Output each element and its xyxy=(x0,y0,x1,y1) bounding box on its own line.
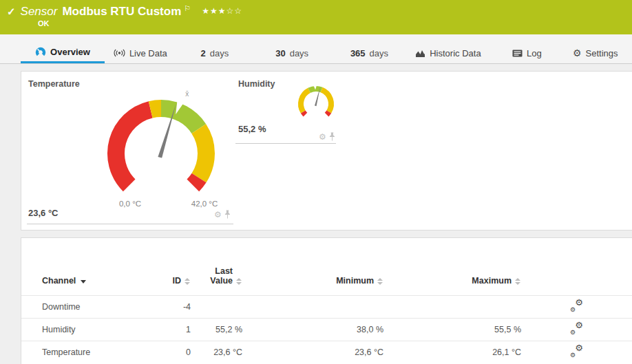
column-label: Channel xyxy=(42,276,76,286)
sort-icon xyxy=(377,278,383,285)
channel-id-cell: 0 xyxy=(156,341,193,363)
humidity-gauge[interactable]: x̄ xyxy=(295,85,337,120)
gauge-icon xyxy=(35,47,46,57)
tile-divider xyxy=(235,143,336,144)
channel-settings-icon[interactable]: ⚙⚙ xyxy=(570,300,583,312)
sort-icon xyxy=(515,278,521,285)
tab-number: 2 xyxy=(200,48,205,58)
channel-table-body: Downtime-4⚙⚙Humidity155,2 %38,0 %55,5 %⚙… xyxy=(21,295,632,363)
sensor-title: Modbus RTU Custom xyxy=(62,5,181,19)
channel-settings-icon[interactable]: ⚙⚙ xyxy=(570,345,583,357)
humidity-tile-actions: ⚙ xyxy=(319,132,335,141)
tab-30-days[interactable]: 30 days xyxy=(253,34,330,63)
table-header-row: Channel ID Last Value Minimum Maximum xyxy=(21,238,632,295)
channel-name-cell: Humidity xyxy=(21,318,156,341)
table-row[interactable]: Temperature023,6 °C23,6 °C26,1 °C⚙⚙ xyxy=(21,341,632,363)
svg-text:x̄: x̄ xyxy=(185,90,189,98)
gear-icon: ⚙ xyxy=(570,307,576,313)
humidity-value: 55,2 % xyxy=(238,124,266,134)
column-header-channel[interactable]: Channel xyxy=(21,238,156,295)
column-label: Last xyxy=(215,266,233,276)
sort-icon xyxy=(236,278,242,285)
tab-label: Log xyxy=(527,48,542,58)
status-badge: OK xyxy=(38,19,50,28)
channel-actions-cell: ⚙⚙ xyxy=(524,318,632,341)
tab-label: Overview xyxy=(50,47,90,57)
tab-number: 30 xyxy=(275,48,285,58)
prtg-sensor-page: ✓ Sensor Modbus RTU Custom ⚐ ★★★☆☆ OK Ov… xyxy=(0,0,632,364)
temperature-gauge[interactable]: x̄ xyxy=(90,87,232,208)
tab-log[interactable]: Log xyxy=(488,34,565,63)
tile-divider xyxy=(27,224,233,224)
channel-maximum-cell: 26,1 °C xyxy=(386,341,524,363)
gear-icon[interactable]: ⚙ xyxy=(319,133,326,141)
table-row[interactable]: Humidity155,2 %38,0 %55,5 %⚙⚙ xyxy=(21,318,632,341)
channel-actions-cell: ⚙⚙ xyxy=(524,341,632,363)
tab-live-data[interactable]: Live Data xyxy=(105,34,176,63)
channels-table: Channel ID Last Value Minimum Maximum Do… xyxy=(21,238,632,363)
channel-minimum-cell: 23,6 °C xyxy=(245,341,386,363)
gear-icon: ⚙ xyxy=(570,330,576,336)
channel-actions-cell: ⚙⚙ xyxy=(524,295,632,318)
gear-icon[interactable]: ⚙ xyxy=(214,211,222,219)
channel-last-value-cell: 55,2 % xyxy=(193,318,245,341)
sort-desc-icon xyxy=(81,280,86,283)
channel-minimum-cell xyxy=(245,295,386,318)
tab-2-days[interactable]: 2 days xyxy=(176,34,253,63)
gear-icon: ⚙ xyxy=(575,298,583,307)
channel-name-cell: Temperature xyxy=(21,341,156,363)
tab-label: Settings xyxy=(586,48,618,58)
table-row[interactable]: Downtime-4⚙⚙ xyxy=(21,295,632,318)
tab-label: Live Data xyxy=(129,48,167,58)
stars-filled: ★★★ xyxy=(202,6,226,16)
sort-icon xyxy=(185,278,191,285)
column-label: ID xyxy=(173,276,182,286)
tab-bar: Overview Live Data 2 days 30 days 365 da… xyxy=(0,34,632,64)
temperature-gauge-title: Temperature xyxy=(28,79,80,89)
tab-365-days[interactable]: 365 days xyxy=(330,34,408,63)
tab-historic-data[interactable]: Historic Data xyxy=(408,34,489,63)
pin-icon[interactable] xyxy=(224,210,231,219)
tab-label: days xyxy=(210,48,229,58)
object-kind-label: Sensor xyxy=(21,5,58,19)
gear-icon: ⚙ xyxy=(575,343,583,352)
temperature-scale-max: 42,0 °C xyxy=(184,200,225,208)
channel-maximum-cell: 55,5 % xyxy=(386,318,524,341)
pin-icon[interactable] xyxy=(329,132,335,141)
column-header-id[interactable]: ID xyxy=(156,238,193,295)
sensor-header: ✓ Sensor Modbus RTU Custom ⚐ ★★★☆☆ OK xyxy=(0,0,632,34)
tab-settings[interactable]: ⚙ Settings xyxy=(566,34,625,63)
channel-settings-icon[interactable]: ⚙⚙ xyxy=(570,323,583,334)
gauges-panel: Temperature x̄ 0,0 °C 42,0 °C 23,6 °C ⚙ … xyxy=(21,71,632,231)
column-header-maximum[interactable]: Maximum xyxy=(386,238,524,295)
channel-id-cell: 1 xyxy=(156,318,193,341)
channel-minimum-cell: 38,0 % xyxy=(245,318,386,341)
log-icon xyxy=(512,50,523,57)
channels-table-panel: Channel ID Last Value Minimum Maximum Do… xyxy=(21,237,632,364)
priority-stars[interactable]: ★★★☆☆ xyxy=(202,6,242,16)
live-data-icon xyxy=(114,49,125,57)
humidity-gauge-title: Humidity xyxy=(238,79,275,89)
tab-overview[interactable]: Overview xyxy=(21,34,105,63)
column-header-actions xyxy=(524,238,632,295)
tab-label: days xyxy=(290,48,308,58)
channel-last-value-cell xyxy=(193,295,245,318)
tab-number: 365 xyxy=(350,48,366,58)
temperature-scale-min: 0,0 °C xyxy=(109,200,151,208)
tab-label: days xyxy=(370,48,388,58)
column-label: Minimum xyxy=(336,276,374,286)
gear-icon: ⚙ xyxy=(573,47,582,58)
status-check-icon: ✓ xyxy=(7,6,16,18)
flag-icon[interactable]: ⚐ xyxy=(184,4,191,13)
channel-name-cell: Downtime xyxy=(21,295,156,318)
column-label: Maximum xyxy=(472,276,512,286)
temperature-value: 23,6 °C xyxy=(28,208,59,218)
column-label: Value xyxy=(210,276,233,286)
column-header-last-value[interactable]: Last Value xyxy=(193,238,245,295)
channel-maximum-cell xyxy=(386,295,524,318)
gear-icon: ⚙ xyxy=(570,352,576,358)
tab-label: Historic Data xyxy=(430,48,481,58)
column-header-minimum[interactable]: Minimum xyxy=(245,238,386,295)
historic-data-icon xyxy=(415,49,425,58)
gear-icon: ⚙ xyxy=(575,321,583,330)
